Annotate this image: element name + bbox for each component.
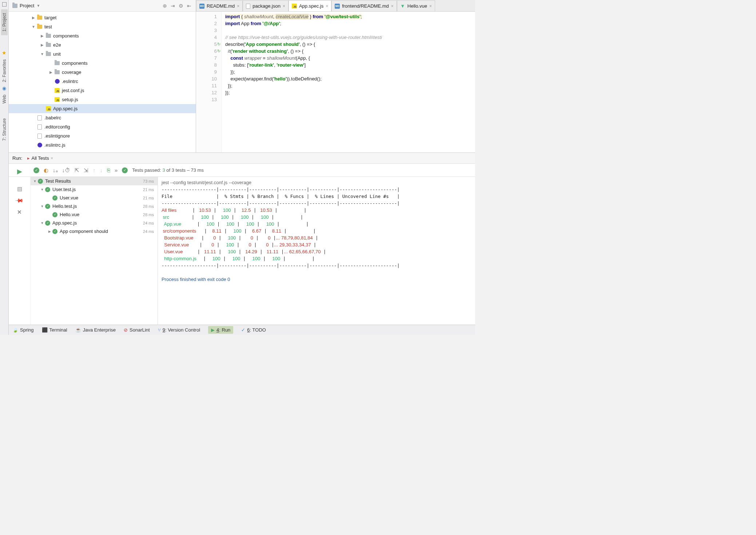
toggle-icon[interactable]: ◐ — [44, 167, 48, 174]
run-panel: Run: ▸ All Tests × ▶ ✓ ◐ ↓ₐ ↓⏱ ⇱ ⇲ ↑ ↓ ⎘… — [9, 153, 475, 325]
statusbar-item[interactable]: ⊘SonarLint — [124, 327, 150, 333]
gutter-square-icon[interactable] — [2, 2, 7, 7]
file-type-icon — [36, 16, 43, 20]
statusbar-label: 9: Version Control — [163, 327, 200, 333]
tab-label: frontend/README.md — [342, 3, 389, 9]
dropdown-icon[interactable]: ▼ — [36, 4, 40, 8]
test-tree-row[interactable]: ▼✓Hello.test.js28 ms — [31, 202, 158, 210]
collapse-all-icon[interactable]: ⇲ — [84, 167, 88, 174]
tree-item[interactable]: ▼test — [9, 22, 196, 31]
test-tree-row[interactable]: ✓User.vue21 ms — [31, 194, 158, 202]
tree-item[interactable]: JSApp.spec.js — [9, 104, 196, 113]
statusbar-item[interactable]: ▶4: Run — [208, 326, 233, 334]
prev-icon[interactable]: ↑ — [93, 167, 96, 173]
tree-label: components — [62, 60, 88, 66]
file-type-icon — [45, 52, 52, 56]
tree-label: test — [44, 24, 52, 29]
pin-icon[interactable]: 📌 — [15, 196, 24, 205]
sort-time-icon[interactable]: ↓⏱ — [62, 167, 71, 173]
tree-item[interactable]: JSsetup.js — [9, 95, 196, 104]
editor-tabs: MDREADME.md×package.json×JSApp.spec.js×M… — [196, 0, 475, 12]
test-pass-icon: ✓ — [45, 187, 50, 192]
test-time: 21 ms — [143, 196, 154, 200]
run-config-tab[interactable]: ▸ All Tests × — [25, 155, 55, 162]
editor-tab[interactable]: JSApp.spec.js× — [289, 0, 331, 11]
statusbar-item[interactable]: 🍃Spring — [12, 327, 34, 333]
editor-tab[interactable]: MDfrontend/README.md× — [331, 0, 397, 11]
editor-tab[interactable]: ▼Hello.vue× — [397, 0, 435, 11]
close-icon[interactable]: × — [326, 4, 328, 9]
tree-item[interactable]: ▼unit — [9, 49, 196, 59]
statusbar-item[interactable]: ⬛Terminal — [42, 327, 67, 333]
vtab-favorites[interactable]: 2: Favorites — [1, 56, 8, 86]
web-globe-icon: ◉ — [2, 86, 6, 91]
file-type-icon — [45, 43, 52, 47]
file-type-icon — [54, 79, 60, 84]
sort-down-icon[interactable]: ↓ₐ — [53, 167, 58, 174]
statusbar-item[interactable]: ☕Java Enterprise — [75, 327, 116, 333]
tree-label: target — [44, 15, 56, 20]
hide-icon[interactable]: ⇤ — [186, 3, 192, 9]
main: Project ▼ ⊕ ⇥ ⚙ ⇤ ▶target▼test▶component… — [9, 0, 475, 335]
vtab-structure[interactable]: 7: Structure — [1, 115, 8, 144]
passed-filter-icon[interactable]: ✓ — [33, 167, 39, 173]
test-tree-row[interactable]: ✓Hello.vue28 ms — [31, 210, 158, 219]
statusbar-label: 6: TODO — [247, 327, 266, 333]
rerun-button[interactable]: ▶ — [17, 167, 22, 175]
close-icon[interactable]: × — [283, 4, 285, 9]
tree-item[interactable]: ▶components — [9, 31, 196, 40]
close-panel-icon[interactable]: ✕ — [17, 209, 22, 215]
test-status-text: Tests passed: 3 of 3 tests – 73 ms — [132, 167, 204, 173]
tree-item[interactable]: .babelrc — [9, 113, 196, 122]
test-time: 28 ms — [143, 213, 154, 217]
tree-item[interactable]: .eslintignore — [9, 131, 196, 140]
close-icon[interactable]: × — [237, 4, 239, 9]
favorites-star-icon: ★ — [2, 50, 7, 56]
more-icon[interactable]: » — [115, 167, 118, 173]
editor-tab[interactable]: MDREADME.md× — [196, 0, 243, 11]
file-type-icon — [36, 124, 43, 130]
chevron-icon: ▼ — [39, 52, 45, 56]
close-icon[interactable]: × — [391, 4, 394, 9]
export-icon[interactable]: ⎘ — [107, 167, 110, 173]
test-pass-icon: ✓ — [45, 204, 50, 209]
close-icon[interactable]: × — [51, 155, 53, 161]
tree-item[interactable]: .eslintrc.js — [9, 140, 196, 150]
collapse-icon[interactable]: ⇥ — [170, 3, 176, 9]
test-name: User.test.js — [52, 187, 143, 192]
chevron-icon: ▶ — [48, 70, 54, 74]
statusbar-item[interactable]: ✓6: TODO — [241, 327, 266, 333]
test-tree-row[interactable]: ▼✓User.test.js21 ms — [31, 185, 158, 194]
vtab-web[interactable]: Web — [1, 91, 8, 107]
project-tree[interactable]: ▶target▼test▶components▶e2e▼unitcomponen… — [9, 12, 196, 152]
run-tab-bar: Run: ▸ All Tests × — [9, 153, 475, 164]
expand-all-icon[interactable]: ⇱ — [75, 167, 79, 174]
tree-item[interactable]: ▶e2e — [9, 40, 196, 49]
gear-icon[interactable]: ⚙ — [178, 3, 184, 9]
tree-item[interactable]: ▶coverage — [9, 68, 196, 77]
editor-tab[interactable]: package.json× — [243, 0, 289, 11]
statusbar-label: Java Enterprise — [83, 327, 116, 333]
file-type-icon — [45, 34, 52, 38]
test-tree-row[interactable]: ▶✓App component should24 ms — [31, 227, 158, 235]
console-output[interactable]: jest --config test/unit/jest.conf.js --c… — [158, 177, 475, 325]
tree-label: e2e — [53, 42, 61, 48]
tree-item[interactable]: .eslintrc — [9, 77, 196, 86]
code-editor[interactable]: 12345678910111213↻↻ import { shallowMoun… — [196, 12, 475, 152]
left-tool-gutter: 1: Project ★ 2: Favorites ◉ Web 7: Struc… — [0, 0, 9, 335]
close-icon[interactable]: × — [429, 4, 432, 9]
vtab-project[interactable]: 1: Project — [1, 9, 8, 35]
test-results-tree[interactable]: ▼✓Test Results73 ms▼✓User.test.js21 ms✓U… — [31, 177, 158, 325]
project-folder-icon — [12, 4, 17, 8]
test-tree-row[interactable]: ▼✓Test Results73 ms — [31, 177, 158, 185]
tree-item[interactable]: components — [9, 59, 196, 68]
tree-item[interactable]: ▶target — [9, 13, 196, 22]
statusbar-item[interactable]: ⑂9: Version Control — [158, 327, 200, 333]
test-tree-row[interactable]: ▼✓App.spec.js24 ms — [31, 219, 158, 227]
next-icon[interactable]: ↓ — [100, 167, 103, 173]
layout-icon[interactable]: ▤ — [17, 186, 22, 192]
tree-item[interactable]: .editorconfig — [9, 122, 196, 131]
locate-icon[interactable]: ⊕ — [162, 3, 168, 9]
tree-item[interactable]: JSjest.conf.js — [9, 86, 196, 95]
code-area[interactable]: import { shallowMount, createLocalVue } … — [222, 12, 475, 152]
